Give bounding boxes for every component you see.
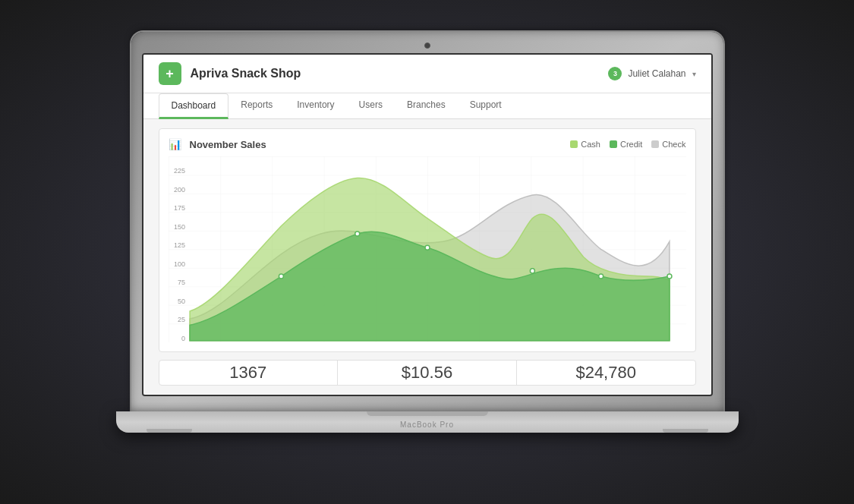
svg-text:25: 25 bbox=[178, 316, 185, 323]
chart-title-area: 📊 November Sales bbox=[169, 138, 266, 150]
app-container: + Apriva Snack Shop 3 Juliet Calahan ▾ D… bbox=[143, 55, 711, 395]
header-left: + Apriva Snack Shop bbox=[159, 62, 301, 85]
tab-branches[interactable]: Branches bbox=[395, 93, 458, 119]
stat-transactions: 1367 bbox=[159, 361, 339, 385]
stat-total: $24,780 bbox=[517, 361, 695, 385]
svg-text:175: 175 bbox=[174, 204, 185, 212]
laptop-wrapper: + Apriva Snack Shop 3 Juliet Calahan ▾ D… bbox=[116, 32, 739, 472]
app-nav: Dashboard Reports Inventory Users Branch… bbox=[143, 93, 711, 119]
legend-label-cash: Cash bbox=[581, 140, 600, 149]
stats-row: 1367 $10.56 $24,780 bbox=[159, 360, 696, 386]
laptop-camera bbox=[424, 43, 430, 49]
svg-point-22 bbox=[598, 274, 603, 279]
chart-card: 📊 November Sales Cash Credit bbox=[159, 128, 696, 352]
svg-point-21 bbox=[530, 269, 534, 273]
legend-label-check: Check bbox=[662, 140, 685, 149]
chart-bar-icon: 📊 bbox=[169, 138, 184, 150]
app-title: Apriva Snack Shop bbox=[191, 67, 301, 80]
chart-svg-container: 0 25 50 75 100 125 150 175 200 225 bbox=[169, 156, 686, 342]
chart-legend: Cash Credit Check bbox=[570, 140, 685, 149]
tab-inventory[interactable]: Inventory bbox=[285, 93, 346, 119]
laptop-foot-left bbox=[147, 429, 192, 433]
svg-text:225: 225 bbox=[174, 167, 185, 175]
legend-credit: Credit bbox=[610, 140, 642, 149]
stat-transactions-value: 1367 bbox=[229, 363, 266, 383]
svg-point-18 bbox=[279, 274, 283, 279]
app-main: 📊 November Sales Cash Credit bbox=[143, 119, 711, 395]
svg-point-23 bbox=[666, 274, 671, 279]
svg-text:100: 100 bbox=[174, 260, 185, 268]
logo-icon: + bbox=[159, 62, 181, 85]
legend-dot-credit bbox=[610, 140, 617, 148]
header-right: 3 Juliet Calahan ▾ bbox=[608, 67, 695, 80]
tab-reports[interactable]: Reports bbox=[228, 93, 285, 119]
notification-badge[interactable]: 3 bbox=[608, 67, 622, 80]
legend-cash: Cash bbox=[570, 140, 600, 149]
svg-text:125: 125 bbox=[174, 241, 185, 249]
chart-header: 📊 November Sales Cash Credit bbox=[169, 138, 686, 150]
svg-text:50: 50 bbox=[178, 298, 185, 305]
legend-dot-cash bbox=[570, 140, 578, 148]
laptop-base: MacBook Pro bbox=[116, 411, 739, 433]
stat-average-value: $10.56 bbox=[402, 363, 452, 383]
laptop-screen: + Apriva Snack Shop 3 Juliet Calahan ▾ D… bbox=[131, 32, 723, 411]
user-name[interactable]: Juliet Calahan bbox=[628, 68, 685, 79]
legend-check: Check bbox=[651, 140, 685, 149]
chart-svg: 0 25 50 75 100 125 150 175 200 225 bbox=[169, 156, 686, 342]
user-dropdown-arrow[interactable]: ▾ bbox=[692, 70, 696, 78]
app-header: + Apriva Snack Shop 3 Juliet Calahan ▾ bbox=[143, 55, 711, 93]
svg-text:75: 75 bbox=[178, 279, 185, 286]
laptop-display: + Apriva Snack Shop 3 Juliet Calahan ▾ D… bbox=[142, 53, 713, 396]
laptop-brand: MacBook Pro bbox=[400, 421, 454, 429]
svg-point-19 bbox=[355, 232, 359, 236]
svg-text:150: 150 bbox=[174, 223, 185, 231]
legend-label-credit: Credit bbox=[620, 140, 642, 149]
tab-dashboard[interactable]: Dashboard bbox=[159, 93, 229, 119]
tab-users[interactable]: Users bbox=[347, 93, 395, 119]
svg-text:0: 0 bbox=[181, 335, 185, 342]
svg-point-20 bbox=[424, 245, 429, 250]
chart-title: November Sales bbox=[190, 139, 266, 150]
tab-support[interactable]: Support bbox=[458, 93, 514, 119]
laptop-foot-right bbox=[663, 429, 708, 433]
svg-text:200: 200 bbox=[174, 186, 185, 194]
stat-total-value: $24,780 bbox=[575, 363, 636, 383]
stat-average: $10.56 bbox=[338, 361, 517, 385]
legend-dot-check bbox=[651, 140, 659, 148]
